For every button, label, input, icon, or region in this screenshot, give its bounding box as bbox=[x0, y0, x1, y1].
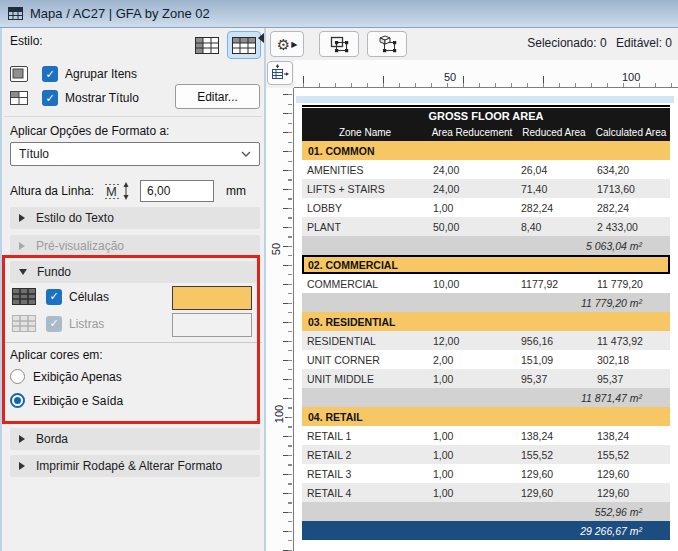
table-cell[interactable]: RETAIL 3 bbox=[302, 468, 428, 480]
table-cell[interactable]: 11 473,92 bbox=[592, 335, 670, 347]
table-row[interactable]: 02. COMMERCIAL bbox=[302, 255, 670, 274]
table-cell[interactable]: 2,00 bbox=[428, 354, 516, 366]
display-and-output-radio[interactable] bbox=[10, 393, 25, 408]
table-cell[interactable]: 26,04 bbox=[516, 164, 592, 176]
table-cell[interactable]: 10,00 bbox=[428, 278, 516, 290]
edit-title-button[interactable]: Editar... bbox=[175, 84, 260, 109]
table-row[interactable]: AMENITIES24,0026,04634,20 bbox=[302, 160, 670, 179]
table-cell[interactable]: LOBBY bbox=[302, 202, 428, 214]
table-cell[interactable]: 129,60 bbox=[592, 487, 670, 499]
table-cell[interactable]: PLANT bbox=[302, 221, 428, 233]
table-row[interactable]: LIFTS + STAIRS24,0071,401713,60 bbox=[302, 179, 670, 198]
section-background[interactable]: Fundo bbox=[10, 261, 260, 283]
settings-menu-button[interactable]: ⚙ ▶ bbox=[270, 31, 304, 57]
table-cell[interactable]: 24,00 bbox=[428, 183, 516, 195]
table-cell[interactable]: 1177,92 bbox=[516, 278, 592, 290]
style-option-columns-button[interactable] bbox=[190, 31, 224, 59]
format-target-select[interactable]: Título bbox=[10, 142, 260, 166]
horizontal-ruler[interactable]: 50 100 bbox=[294, 60, 678, 88]
table-cell[interactable]: LIFTS + STAIRS bbox=[302, 183, 428, 195]
group-items-checkbox[interactable] bbox=[42, 66, 58, 82]
schedule-canvas[interactable]: GROSS FLOOR AREA Zone Name Area Reduceme… bbox=[294, 88, 678, 551]
table-row[interactable]: COMMERCIAL10,001177,9211 779,20 bbox=[302, 274, 670, 293]
table-row[interactable]: RETAIL 11,00138,24138,24 bbox=[302, 426, 670, 445]
table-cell[interactable]: 24,00 bbox=[428, 164, 516, 176]
column-header[interactable]: Calculated Area bbox=[592, 127, 670, 138]
table-cell[interactable]: 282,24 bbox=[592, 202, 670, 214]
table-cell[interactable]: 634,20 bbox=[592, 164, 670, 176]
table-cell[interactable]: 8,40 bbox=[516, 221, 592, 233]
table-row[interactable]: 01. COMMON bbox=[302, 141, 670, 160]
select-elements-button[interactable] bbox=[367, 31, 407, 57]
table-row[interactable]: LOBBY1,00282,24282,24 bbox=[302, 198, 670, 217]
style-option-header-row-button[interactable] bbox=[227, 31, 261, 59]
table-cell[interactable]: 302,18 bbox=[592, 354, 670, 366]
table-cell[interactable]: 1,00 bbox=[428, 449, 516, 461]
section-text-style[interactable]: Estilo do Texto bbox=[10, 207, 260, 229]
show-title-checkbox[interactable] bbox=[42, 90, 58, 106]
table-cell[interactable]: UNIT CORNER bbox=[302, 354, 428, 366]
section-border[interactable]: Borda bbox=[10, 428, 260, 450]
table-cell[interactable]: 1,00 bbox=[428, 468, 516, 480]
table-cell[interactable]: 1,00 bbox=[428, 373, 516, 385]
table-row[interactable]: 552,96 m² bbox=[302, 502, 670, 521]
table-cell[interactable]: 95,37 bbox=[516, 373, 592, 385]
table-cell[interactable]: RETAIL 1 bbox=[302, 430, 428, 442]
section-print-footer[interactable]: Imprimir Rodapé & Alterar Formato bbox=[10, 455, 260, 477]
table-cell[interactable]: 155,52 bbox=[516, 449, 592, 461]
table-cell[interactable]: 2 433,00 bbox=[592, 221, 670, 233]
table-row[interactable]: RESIDENTIAL12,00956,1611 473,92 bbox=[302, 331, 670, 350]
table-row[interactable]: RETAIL 41,00129,60129,60 bbox=[302, 483, 670, 502]
table-cell[interactable]: 282,24 bbox=[516, 202, 592, 214]
table-cell[interactable]: RESIDENTIAL bbox=[302, 335, 428, 347]
table-row[interactable]: 11 871,47 m² bbox=[302, 388, 670, 407]
table-row[interactable]: PLANT50,008,402 433,00 bbox=[302, 217, 670, 236]
table-row[interactable]: 29 266,67 m² bbox=[302, 521, 670, 540]
table-row[interactable]: RETAIL 21,00155,52155,52 bbox=[302, 445, 670, 464]
table-cell[interactable]: 155,52 bbox=[592, 449, 670, 461]
table-cell[interactable]: 1,00 bbox=[428, 430, 516, 442]
table-cell[interactable]: 1,00 bbox=[428, 202, 516, 214]
table-row[interactable]: 11 779,20 m² bbox=[302, 293, 670, 312]
cells-checkbox[interactable] bbox=[46, 289, 62, 305]
table-cell[interactable]: 129,60 bbox=[516, 468, 592, 480]
display-only-radio[interactable] bbox=[10, 369, 25, 384]
column-header[interactable]: Zone Name bbox=[302, 127, 428, 138]
table-row[interactable]: UNIT MIDDLE1,0095,3795,37 bbox=[302, 369, 670, 388]
table-cell[interactable]: 71,40 bbox=[516, 183, 592, 195]
table-cell[interactable]: 1,00 bbox=[428, 487, 516, 499]
table-cell[interactable]: RETAIL 4 bbox=[302, 487, 428, 499]
collapse-panel-icon[interactable] bbox=[258, 33, 264, 43]
table-cell[interactable]: UNIT MIDDLE bbox=[302, 373, 428, 385]
table-cell[interactable]: 1713,60 bbox=[592, 183, 670, 195]
column-header[interactable]: Area Reducement bbox=[428, 127, 516, 138]
table-row[interactable]: 04. RETAIL bbox=[302, 407, 670, 426]
table-cell[interactable]: 956,16 bbox=[516, 335, 592, 347]
table-row[interactable]: UNIT CORNER2,00151,09302,18 bbox=[302, 350, 670, 369]
table-cell[interactable]: RETAIL 2 bbox=[302, 449, 428, 461]
table-cell[interactable]: 50,00 bbox=[428, 221, 516, 233]
select-area-button[interactable] bbox=[319, 31, 359, 57]
table-row[interactable]: 5 063,04 m² bbox=[302, 236, 670, 255]
table-cell[interactable]: COMMERCIAL bbox=[302, 278, 428, 290]
table-cell[interactable]: 129,60 bbox=[592, 468, 670, 480]
vertical-ruler[interactable]: 50 100 bbox=[266, 88, 294, 551]
cells-color-swatch[interactable] bbox=[172, 286, 252, 310]
table-row[interactable]: 03. RESIDENTIAL bbox=[302, 312, 670, 331]
table-row[interactable]: RETAIL 31,00129,60129,60 bbox=[302, 464, 670, 483]
table-cell[interactable]: 95,37 bbox=[592, 373, 670, 385]
row-height-input[interactable]: 6,00 bbox=[140, 180, 214, 202]
table-header-row[interactable]: Zone Name Area Reducement Reduced Area C… bbox=[302, 124, 670, 141]
ruler-origin-button[interactable] bbox=[267, 61, 293, 85]
preview-toolbar: ⚙ ▶ Selecionado: 0 Editável: 0 bbox=[266, 28, 678, 60]
table-cell[interactable]: 138,24 bbox=[516, 430, 592, 442]
ruler-label: 100 bbox=[619, 71, 643, 83]
table-cell[interactable]: 11 779,20 bbox=[592, 278, 670, 290]
table-cell[interactable]: 129,60 bbox=[516, 487, 592, 499]
table-cell[interactable]: 12,00 bbox=[428, 335, 516, 347]
column-header[interactable]: Reduced Area bbox=[516, 127, 592, 138]
schedule-table[interactable]: GROSS FLOOR AREA Zone Name Area Reduceme… bbox=[302, 105, 670, 540]
table-cell[interactable]: 138,24 bbox=[592, 430, 670, 442]
table-cell[interactable]: AMENITIES bbox=[302, 164, 428, 176]
table-cell[interactable]: 151,09 bbox=[516, 354, 592, 366]
